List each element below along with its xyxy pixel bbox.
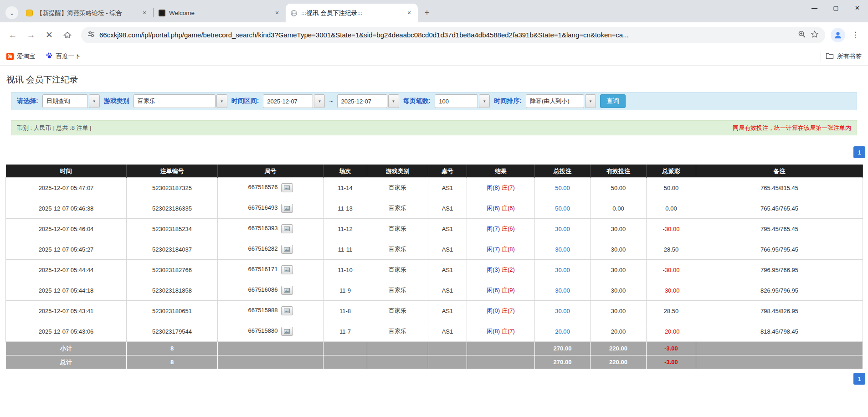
bookmark-star-icon[interactable] xyxy=(811,30,819,40)
cell-session: 11-11 xyxy=(324,239,367,260)
query-type-input[interactable] xyxy=(42,94,88,108)
result-player: 闲(6) xyxy=(487,287,500,293)
cell-session: 11-12 xyxy=(324,219,367,239)
url-input[interactable] xyxy=(99,31,793,39)
forward-button[interactable]: → xyxy=(23,27,39,43)
address-bar[interactable] xyxy=(81,27,825,43)
cell-bet-id: 523023180651 xyxy=(127,301,218,321)
tab-close-icon[interactable]: ✕ xyxy=(405,9,413,17)
date-to-select[interactable]: ▼ xyxy=(337,94,399,108)
total-payout: -3.00 xyxy=(647,355,696,369)
all-bookmarks-button[interactable]: 所有书签 xyxy=(826,52,862,61)
sort-order-select[interactable]: ▼ xyxy=(526,94,596,108)
page-1-button[interactable]: 1 xyxy=(853,373,865,385)
page-size-select[interactable]: ▼ xyxy=(435,94,490,108)
subtotal-count: 8 xyxy=(127,342,218,355)
date-to-input[interactable] xyxy=(337,94,387,108)
cell-payout: 28.50 xyxy=(647,301,696,321)
chevron-down-icon[interactable]: ▼ xyxy=(216,94,227,108)
table-row: 2025-12-07 05:47:07 523023187325 6675165… xyxy=(6,178,863,198)
summary-bar: 币别 : 人民币 | 总共 :8 注单 | 同局有效投注，统一计算在该局第一张注… xyxy=(11,120,857,135)
page-size-input[interactable] xyxy=(435,94,478,108)
replay-video-button[interactable] xyxy=(281,245,293,254)
home-button[interactable] xyxy=(59,27,76,43)
cell-round: 667515988 xyxy=(218,301,324,321)
sort-order-input[interactable] xyxy=(526,94,584,108)
cell-bet-id: 523023181858 xyxy=(127,280,218,301)
pagination-bottom: 1 xyxy=(0,373,865,385)
cell-result: 闲(6)庄(6) xyxy=(467,198,535,219)
table-row: 2025-12-07 05:43:41 523023180651 6675159… xyxy=(6,301,863,321)
cell-time: 2025-12-07 05:46:04 xyxy=(6,219,127,239)
maximize-button[interactable]: ▢ xyxy=(825,0,847,15)
cell-bet-id: 523023182766 xyxy=(127,260,218,280)
cell-total-bet-link[interactable]: 20.00 xyxy=(535,321,591,342)
result-player: 闲(7) xyxy=(487,225,500,232)
replay-video-button[interactable] xyxy=(281,306,293,315)
game-type-select[interactable]: ▼ xyxy=(134,94,227,108)
tab-forum[interactable]: 【新提醒】海燕策略论坛 - 综合 ✕ xyxy=(21,4,153,22)
replay-video-button[interactable] xyxy=(281,327,293,336)
cell-note: 796.95/766.95 xyxy=(696,260,863,280)
cell-round: 667516393 xyxy=(218,219,324,239)
replay-video-button[interactable] xyxy=(281,286,293,295)
tab-strip: ⌄ 【新提醒】海燕策略论坛 - 综合 ✕ Welcome ✕ :::视讯 会员下… xyxy=(0,0,868,22)
date-range-tilde: ~ xyxy=(329,98,333,105)
filter-select-label: 请选择: xyxy=(17,97,38,105)
cell-payout: -30.00 xyxy=(647,219,696,239)
total-count: 8 xyxy=(127,355,218,369)
chevron-down-icon[interactable]: ▼ xyxy=(479,94,490,108)
date-from-input[interactable] xyxy=(263,94,313,108)
cell-result: 闲(3)庄(2) xyxy=(467,260,535,280)
site-settings-icon[interactable] xyxy=(87,31,95,40)
cell-total-bet-link[interactable]: 30.00 xyxy=(535,280,591,301)
total-valid-bet: 220.00 xyxy=(591,355,647,369)
tab-search-button[interactable]: ⌄ xyxy=(5,6,18,19)
replay-video-button[interactable] xyxy=(281,265,293,274)
cell-total-bet-link[interactable]: 30.00 xyxy=(535,301,591,321)
cell-valid-bet: 30.00 xyxy=(591,301,647,321)
cell-total-bet-link[interactable]: 50.00 xyxy=(535,198,591,219)
tab-close-icon[interactable]: ✕ xyxy=(140,9,149,17)
valid-bet-notice: 同局有效投注，统一计算在该局第一张注单内 xyxy=(733,124,851,132)
header-note: 备注 xyxy=(696,165,863,178)
chevron-down-icon[interactable]: ▼ xyxy=(585,94,596,108)
zoom-icon[interactable] xyxy=(798,30,806,40)
result-player: 闲(3) xyxy=(487,266,500,273)
cell-total-bet-link[interactable]: 30.00 xyxy=(535,219,591,239)
chevron-down-icon[interactable]: ▼ xyxy=(314,94,325,108)
stop-loading-button[interactable]: ✕ xyxy=(41,27,57,43)
cell-total-bet-link[interactable]: 30.00 xyxy=(535,260,591,280)
chevron-down-icon[interactable]: ▼ xyxy=(388,94,399,108)
back-button[interactable]: ← xyxy=(5,27,21,43)
search-button[interactable]: 查询 xyxy=(600,94,626,108)
browser-menu-button[interactable]: ⋮ xyxy=(847,27,863,43)
tab-bet-record-active[interactable]: :::视讯 会员下注纪录::: ✕ xyxy=(286,4,418,22)
cell-game-type: 百家乐 xyxy=(367,178,428,198)
bookmarks-right: 所有书签 xyxy=(821,51,862,62)
tab-close-icon[interactable]: ✕ xyxy=(273,9,281,17)
page-1-button[interactable]: 1 xyxy=(853,146,865,158)
query-type-select[interactable]: ▼ xyxy=(42,94,100,108)
minimize-button[interactable]: — xyxy=(804,0,825,15)
cell-payout: 50.00 xyxy=(647,178,696,198)
new-tab-button[interactable]: + xyxy=(421,6,433,19)
tab-welcome[interactable]: Welcome ✕ xyxy=(154,4,286,22)
replay-video-button[interactable] xyxy=(281,224,293,233)
profile-avatar[interactable] xyxy=(831,28,845,42)
globe-favicon xyxy=(290,10,298,17)
cell-total-bet-link[interactable]: 30.00 xyxy=(535,239,591,260)
table-row: 2025-12-07 05:44:18 523023181858 6675160… xyxy=(6,280,863,301)
game-type-input[interactable] xyxy=(134,94,216,108)
bookmark-baidu[interactable]: 百度一下 xyxy=(46,52,81,61)
cell-game-type: 百家乐 xyxy=(367,301,428,321)
chevron-down-icon[interactable]: ▼ xyxy=(89,94,100,108)
date-from-select[interactable]: ▼ xyxy=(263,94,325,108)
replay-video-button[interactable] xyxy=(281,204,293,213)
cell-total-bet-link[interactable]: 50.00 xyxy=(535,178,591,198)
close-button[interactable]: ✕ xyxy=(847,0,868,15)
bookmark-taobao[interactable]: 淘 爱淘宝 xyxy=(6,52,36,61)
replay-video-button[interactable] xyxy=(281,183,293,192)
result-banker: 庄(7) xyxy=(502,307,515,314)
result-banker: 庄(7) xyxy=(502,184,515,191)
